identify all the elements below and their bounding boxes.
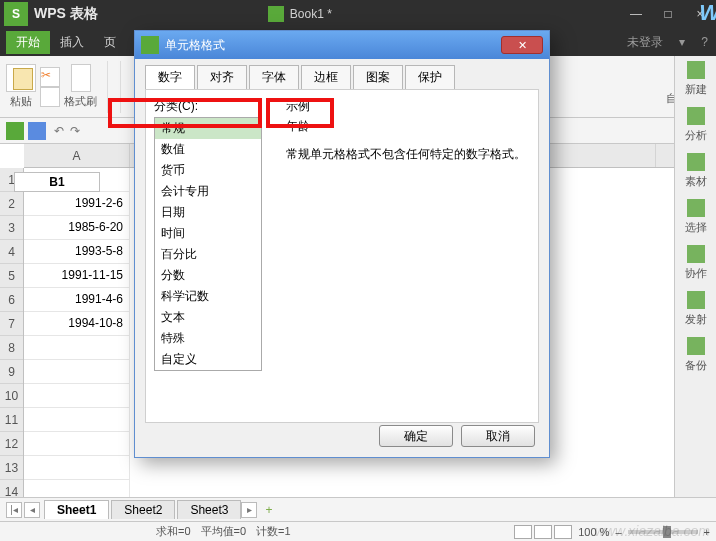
sidepanel-item[interactable]: 发射 xyxy=(675,286,716,332)
cell[interactable]: 1991-4-6 xyxy=(24,288,130,312)
sidepanel-item[interactable]: 素材 xyxy=(675,148,716,194)
name-box[interactable]: B1 xyxy=(14,172,100,192)
add-sheet-button[interactable]: + xyxy=(259,501,278,519)
dlg-tab-pattern[interactable]: 图案 xyxy=(353,65,403,89)
cell[interactable]: 1994-10-8 xyxy=(24,312,130,336)
decorative-W: W xyxy=(699,0,716,26)
dropdown-icon[interactable]: ▾ xyxy=(671,35,693,49)
row-header[interactable]: 13 xyxy=(0,456,23,480)
category-list[interactable]: 常规数值货币会计专用日期时间百分比分数科学记数文本特殊自定义 xyxy=(154,117,262,371)
sidepanel-item[interactable]: 新建 xyxy=(675,56,716,102)
row-header[interactable]: 11 xyxy=(0,408,23,432)
row-header[interactable]: 12 xyxy=(0,432,23,456)
sidepanel-icon xyxy=(687,291,705,309)
cell[interactable] xyxy=(24,408,130,432)
row-header[interactable]: 7 xyxy=(0,312,23,336)
menu-wrench-icon[interactable]: ? xyxy=(693,35,716,49)
cell[interactable]: 1991-2-6 xyxy=(24,192,130,216)
row-header[interactable]: 3 xyxy=(0,216,23,240)
row-header[interactable]: 2 xyxy=(0,192,23,216)
sidepanel-icon xyxy=(687,199,705,217)
dlg-tab-number[interactable]: 数字 xyxy=(145,65,195,89)
undo-icon[interactable]: ↶ xyxy=(54,124,64,138)
sidepanel-item[interactable]: 协作 xyxy=(675,240,716,286)
sidepanel-icon xyxy=(687,153,705,171)
sidepanel-icon xyxy=(687,61,705,79)
dlg-tab-align[interactable]: 对齐 xyxy=(197,65,247,89)
tab-first-button[interactable]: |◂ xyxy=(6,502,22,518)
cell[interactable]: 1993-5-8 xyxy=(24,240,130,264)
row-header[interactable]: 8 xyxy=(0,336,23,360)
dialog-title: 单元格格式 xyxy=(165,37,225,54)
sheet-tab-2[interactable]: Sheet2 xyxy=(111,500,175,519)
dialog-close-button[interactable]: ✕ xyxy=(501,36,543,54)
cell-format-dialog: 单元格格式 ✕ 数字 对齐 字体 边框 图案 保护 分类(C): 常规数值货币会… xyxy=(134,30,550,458)
cell[interactable] xyxy=(24,360,130,384)
category-item[interactable]: 时间 xyxy=(155,223,261,244)
tab-prev-button[interactable]: ◂ xyxy=(24,502,40,518)
watermark: www.xiazaiba.com xyxy=(595,523,710,539)
col-header-A[interactable]: A xyxy=(24,144,130,167)
tab-page[interactable]: 页 xyxy=(94,31,126,54)
category-item[interactable]: 自定义 xyxy=(155,349,261,370)
cell[interactable] xyxy=(24,432,130,456)
format-painter-icon[interactable] xyxy=(71,64,91,92)
paste-button[interactable]: 粘贴 xyxy=(10,94,32,109)
dlg-tab-font[interactable]: 字体 xyxy=(249,65,299,89)
sidepanel-icon xyxy=(687,107,705,125)
category-item[interactable]: 科学记数 xyxy=(155,286,261,307)
minimize-button[interactable]: — xyxy=(620,0,652,28)
category-item[interactable]: 日期 xyxy=(155,202,261,223)
tab-next-button[interactable]: ▸ xyxy=(241,502,257,518)
sheet-tab-1[interactable]: Sheet1 xyxy=(44,500,109,519)
category-item[interactable]: 分数 xyxy=(155,265,261,286)
sidepanel-icon xyxy=(687,337,705,355)
sidepanel-item[interactable]: 选择 xyxy=(675,194,716,240)
format-painter-button[interactable]: 格式刷 xyxy=(64,94,97,109)
doc-icon xyxy=(268,6,284,22)
format-description: 常规单元格格式不包含任何特定的数字格式。 xyxy=(286,146,526,163)
cell[interactable]: 1991-11-15 xyxy=(24,264,130,288)
status-avg: 平均值=0 xyxy=(201,524,247,539)
highlight-box-sample xyxy=(266,98,334,128)
not-logged-label[interactable]: 未登录 xyxy=(619,34,671,51)
view-break-button[interactable] xyxy=(554,525,572,539)
ok-button[interactable]: 确定 xyxy=(379,425,453,447)
view-normal-button[interactable] xyxy=(514,525,532,539)
category-item[interactable]: 百分比 xyxy=(155,244,261,265)
maximize-button[interactable]: □ xyxy=(652,0,684,28)
save-icon[interactable] xyxy=(28,122,46,140)
document-tab[interactable]: Book1 * xyxy=(268,6,332,22)
category-item[interactable]: 数值 xyxy=(155,139,261,160)
sidepanel-item[interactable]: 分析 xyxy=(675,102,716,148)
copy-icon[interactable] xyxy=(40,87,60,107)
file-icon[interactable] xyxy=(6,122,24,140)
sheet-tab-3[interactable]: Sheet3 xyxy=(177,500,241,519)
row-header[interactable]: 10 xyxy=(0,384,23,408)
row-header[interactable]: 4 xyxy=(0,240,23,264)
category-item[interactable]: 文本 xyxy=(155,307,261,328)
sidepanel-item[interactable]: 备份 xyxy=(675,332,716,378)
sidepanel-icon xyxy=(687,245,705,263)
row-header[interactable]: 5 xyxy=(0,264,23,288)
status-sum: 求和=0 xyxy=(156,524,191,539)
row-header[interactable]: 9 xyxy=(0,360,23,384)
view-page-button[interactable] xyxy=(534,525,552,539)
paste-icon[interactable] xyxy=(6,64,36,92)
cell[interactable] xyxy=(24,384,130,408)
cell[interactable] xyxy=(24,336,130,360)
category-item[interactable]: 会计专用 xyxy=(155,181,261,202)
tab-insert[interactable]: 插入 xyxy=(50,31,94,54)
dlg-tab-protect[interactable]: 保护 xyxy=(405,65,455,89)
tab-start[interactable]: 开始 xyxy=(6,31,50,54)
row-header[interactable]: 6 xyxy=(0,288,23,312)
doc-name: Book1 * xyxy=(290,7,332,21)
dlg-tab-border[interactable]: 边框 xyxy=(301,65,351,89)
cell[interactable]: 1985-6-20 xyxy=(24,216,130,240)
cell[interactable] xyxy=(24,456,130,480)
cancel-button[interactable]: 取消 xyxy=(461,425,535,447)
redo-icon[interactable]: ↷ xyxy=(70,124,80,138)
category-item[interactable]: 货币 xyxy=(155,160,261,181)
cut-icon[interactable]: ✂ xyxy=(40,67,60,87)
category-item[interactable]: 特殊 xyxy=(155,328,261,349)
